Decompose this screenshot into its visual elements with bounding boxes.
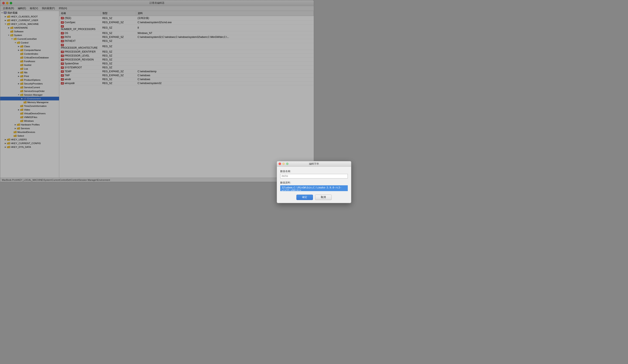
modal-close-button[interactable] — [279, 162, 281, 165]
modal-title: 編輯字串 — [309, 162, 314, 166]
modal-traffic-lights — [279, 162, 289, 165]
modal-body: 數值名稱: 數值資料: 32\wbem;C:\MinGW\bin;C:\cmak… — [277, 167, 314, 182]
modal-overlay: 編輯字串 數值名稱: 數值資料: 32\wbem;C:\MinGW\bin;C:… — [0, 0, 314, 182]
modal-name-input[interactable] — [280, 174, 314, 178]
modal-name-label: 數值名稱: — [280, 170, 314, 173]
modal-max-button — [286, 162, 289, 165]
modal-title-bar: 編輯字串 — [277, 161, 314, 167]
modal-data-label: 數值資料: — [280, 181, 314, 182]
modal-min-button — [282, 162, 285, 165]
edit-string-dialog: 編輯字串 數值名稱: 數值資料: 32\wbem;C:\MinGW\bin;C:… — [277, 161, 314, 182]
